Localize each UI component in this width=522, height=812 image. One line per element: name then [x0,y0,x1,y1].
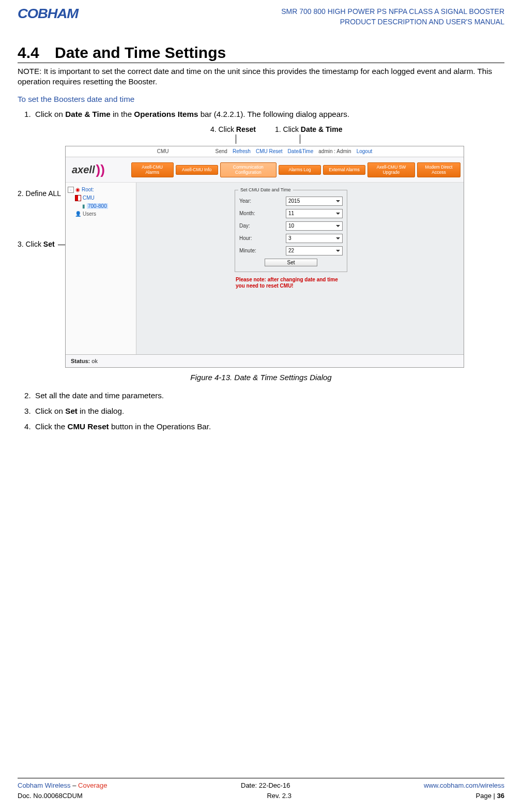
label-day: Day: [239,223,250,229]
tree-users[interactable]: 👤 Users [75,211,134,217]
ss-main: Set CMU Date and Time Year: 2015 Month: … [136,183,464,354]
logo: COBHAM [18,6,78,21]
step-3: Click on Set in the dialog. [33,405,504,417]
val-month: 11 [288,210,294,216]
tree-users-label: Users [83,211,96,217]
topbar-cmu-reset[interactable]: CMU Reset [256,148,283,154]
step4-pre: Click the [35,422,67,431]
tick-datetime [300,134,300,144]
annot4-pre: 4. Click [210,125,236,133]
axell-logo: axell)) [69,160,129,180]
ss-tabs: axell)) Axell-CMU Alarms Axell-CMU Info … [66,157,464,183]
section-number: 4.4 [18,44,55,62]
tab-extalarms[interactable]: External Alarms [323,165,365,175]
step-2: Set all the date and time parameters. [33,390,504,401]
tick-reset [236,134,236,144]
reset-warning: Please note: after changing date and tim… [236,277,339,290]
annot4-b: Reset [236,125,256,133]
status-bar: Status: ok [66,354,464,367]
footer-doc: Doc. No.00068CDUM [18,791,83,801]
tab-commcfg[interactable]: Communication Configuration [220,162,277,177]
screenshot: CMU Send Refresh CMU Reset Date&Time adm… [65,146,464,368]
header-line2: PRODUCT DESCRIPTION AND USER'S MANUAL [281,17,504,27]
footer-url: www.cobham.com/wireless [424,780,504,791]
step1-pre: Click on [35,110,65,118]
step4-post: button in the Operations Bar. [109,422,211,431]
footer-page-pre: Page | [476,792,497,800]
page-header: COBHAM SMR 700 800 HIGH POWER PS NFPA CL… [0,0,522,29]
val-minute: 22 [288,248,294,253]
status-label: Status: [71,358,90,364]
footer-company: Cobham Wireless – Coverage [18,780,107,791]
tree-cmu[interactable]: CMU [75,195,134,201]
topbar-send[interactable]: Send [216,148,227,154]
tab-modem[interactable]: Modem Direct Access [417,162,460,177]
chevron-down-icon [336,200,340,202]
sub-heading: To set the Boosters date and time [18,95,504,103]
step1-mid: in the [111,110,134,118]
footer-row2: Doc. No.00068CDUM Rev. 2.3 Page | 36 [18,791,504,801]
label-month: Month: [239,210,255,216]
flag-icon [75,195,81,201]
select-hour[interactable]: 3 [286,234,343,243]
step3-pre: Click on [35,407,65,415]
page-footer: Cobham Wireless – Coverage Date: 22-Dec-… [18,778,504,801]
nav-tree: - ◉ Root: CMU ▮ 700-800 👤 Users [66,183,136,354]
topbar-logout[interactable]: Logout [357,148,373,154]
tree-root[interactable]: - ◉ Root: [68,187,134,193]
select-minute[interactable]: 22 [286,246,343,255]
val-hour: 3 [288,235,291,241]
chevron-down-icon [336,250,340,252]
footer-row1: Cobham Wireless – Coverage Date: 22-Dec-… [18,780,504,791]
steps-list-cont: Set all the date and time parameters. Cl… [18,390,504,432]
annot-1: 1. Click Date & Time [275,125,342,133]
content: 4.4Date and Time Settings NOTE: It is im… [0,29,522,432]
chevron-down-icon [336,213,340,215]
header-right: SMR 700 800 HIGH POWER PS NFPA CLASS A S… [281,6,504,27]
fieldset-title: Set CMU Date and Time [238,187,293,192]
section-title-text: Date and Time Settings [55,44,226,61]
chevron-down-icon [336,237,340,239]
topbar-date-time[interactable]: Date&Time [288,148,314,154]
ss-topbar: CMU Send Refresh CMU Reset Date&Time adm… [66,146,464,157]
footer-dash: – [71,781,78,789]
annot1-pre: 1. Click [275,125,301,133]
annot1-b: Date & Time [301,125,343,133]
row-minute: Minute: 22 [239,246,343,255]
row-month: Month: 11 [239,209,343,218]
select-year[interactable]: 2015 [286,197,343,206]
figure-caption: Figure 4-13. Date & Time Settings Dialog [18,373,504,382]
annot3-pre: 3. Click [18,240,43,248]
section-title: 4.4Date and Time Settings [18,44,504,63]
tree-cmu-label: CMU [83,195,95,201]
tab-alarms[interactable]: Axell-CMU Alarms [131,162,174,177]
tree-band[interactable]: ▮ 700-800 [82,203,134,209]
row-year: Year: 2015 [239,197,343,206]
tab-info[interactable]: Axell-CMU Info [176,165,218,175]
step-1: Click on Date & Time in the Operations I… [33,109,504,120]
select-day[interactable]: 10 [286,221,343,231]
tree-band-label: 700-800 [87,203,108,209]
annot2: 2. Define ALL [18,189,61,198]
tab-alarmslog[interactable]: Alarms Log [279,165,321,175]
screenshot-wrap: 2. Define ALL 3. Click Set CMU Send Refr… [65,146,463,368]
select-month[interactable]: 11 [286,209,343,218]
date-time-fieldset: Set CMU Date and Time Year: 2015 Month: … [235,190,347,272]
topbar-cmu: CMU [157,148,169,154]
topbar-refresh[interactable]: Refresh [233,148,251,154]
step1-post: bar (4.2.2.1). The following dialog appe… [198,110,349,118]
footer-date: Date: 22-Dec-16 [241,780,290,791]
axell-logo-swoosh: )) [96,162,104,178]
annot-4: 4. Click Reset [210,125,256,133]
callout-click-set: 3. Click Set [18,240,55,248]
footer-coverage: Coverage [78,781,107,789]
chevron-down-icon [336,225,340,227]
callout-define-all: 2. Define ALL [18,189,61,198]
tab-swupgrade[interactable]: Axell-CMU SW Upgrade [367,162,415,177]
label-hour: Hour: [239,235,252,241]
set-button[interactable]: Set [265,259,317,266]
step-4: Click the CMU Reset button in the Operat… [33,421,504,432]
label-year: Year: [239,198,251,204]
step1-b2: Operations Items [134,110,198,118]
ss-body: - ◉ Root: CMU ▮ 700-800 👤 Users [66,183,464,354]
